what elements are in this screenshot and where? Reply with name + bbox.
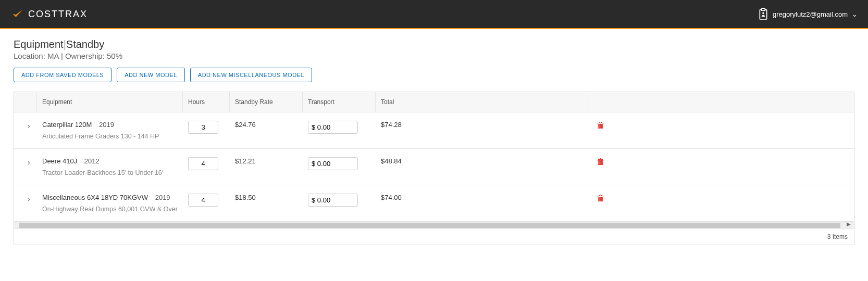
add-misc-model-button[interactable]: ADD NEW MISCELLANEOUS MODEL (190, 68, 312, 82)
hours-input[interactable] (188, 121, 218, 134)
col-total: Total (376, 92, 589, 112)
col-hours: Hours (183, 92, 230, 112)
standby-rate: $12.21 (230, 155, 303, 167)
col-equipment: Equipment (37, 92, 183, 112)
user-menu[interactable]: gregorylutz2@gmail.com ⌄ (758, 8, 858, 20)
col-expand (14, 92, 37, 112)
add-from-saved-button[interactable]: ADD FROM SAVED MODELS (14, 68, 111, 82)
expand-row-icon[interactable]: › (19, 157, 30, 167)
delete-row-icon[interactable]: 🗑 (594, 194, 605, 202)
action-buttons: ADD FROM SAVED MODELS ADD NEW MODEL ADD … (14, 68, 854, 82)
section-heading: Equipment|Standby (14, 39, 854, 50)
equipment-year: 2019 (99, 121, 114, 129)
table-row: › Caterpillar 120M 2019 Articulated Fram… (14, 112, 854, 149)
section-subheading: Location: MA | Ownership: 50% (14, 52, 854, 60)
horizontal-scrollbar[interactable] (14, 221, 854, 228)
app-header: COSTTRAX gregorylutz2@gmail.com ⌄ (0, 0, 868, 29)
equipment-name: Miscellaneous 6X4 18YD 70KGVW (42, 194, 148, 201)
table-header: Equipment Hours Standby Rate Transport T… (14, 92, 854, 112)
heading-standby: Standby (66, 39, 104, 50)
transport-input[interactable] (308, 194, 358, 207)
user-email: gregorylutz2@gmail.com (773, 10, 848, 18)
equipment-name: Caterpillar 120M (42, 121, 92, 129)
standby-rate: $24.76 (230, 119, 303, 131)
delete-row-icon[interactable]: 🗑 (594, 157, 605, 166)
table-row: › Miscellaneous 6X4 18YD 70KGVW 2019 On-… (14, 185, 854, 221)
add-new-model-button[interactable]: ADD NEW MODEL (117, 68, 185, 82)
standby-rate: $18.50 (230, 191, 303, 203)
equipment-name: Deere 410J (42, 157, 77, 165)
equipment-year: 2019 (155, 194, 170, 201)
check-icon (10, 7, 25, 21)
app-name: COSTTRAX (28, 9, 88, 20)
row-total: $48.84 (376, 155, 589, 167)
svg-rect-0 (760, 10, 766, 19)
logo: COSTTRAX (10, 7, 88, 21)
equipment-desc: Tractor-Loader-Backhoes 15' to Under 16' (42, 169, 178, 176)
row-total: $74.28 (376, 119, 589, 131)
row-total: $74.00 (376, 191, 589, 203)
clipboard-icon (758, 8, 768, 20)
hours-input[interactable] (188, 157, 218, 170)
chevron-down-icon: ⌄ (852, 10, 858, 18)
table-body: › Caterpillar 120M 2019 Articulated Fram… (14, 112, 854, 221)
col-rate: Standby Rate (230, 92, 303, 112)
col-action (589, 92, 854, 112)
expand-row-icon[interactable]: › (19, 121, 30, 130)
page-body: Equipment|Standby Location: MA | Ownersh… (0, 29, 868, 254)
col-transport: Transport (303, 92, 376, 112)
transport-input[interactable] (308, 121, 358, 134)
transport-input[interactable] (308, 157, 358, 170)
delete-row-icon[interactable]: 🗑 (594, 121, 605, 130)
table-row: › Deere 410J 2012 Tractor-Loader-Backhoe… (14, 149, 854, 185)
equipment-table: Equipment Hours Standby Rate Transport T… (14, 92, 854, 245)
equipment-desc: On-Highway Rear Dumps 60,001 GVW & Over (42, 206, 178, 213)
table-footer: 3 Items (14, 228, 854, 245)
equipment-year: 2012 (84, 157, 100, 165)
hours-input[interactable] (188, 194, 218, 207)
expand-row-icon[interactable]: › (19, 194, 30, 203)
heading-equipment: Equipment (14, 39, 64, 50)
svg-rect-1 (762, 8, 765, 10)
svg-point-2 (762, 12, 764, 15)
equipment-desc: Articulated Frame Graders 130 - 144 HP (42, 133, 178, 140)
